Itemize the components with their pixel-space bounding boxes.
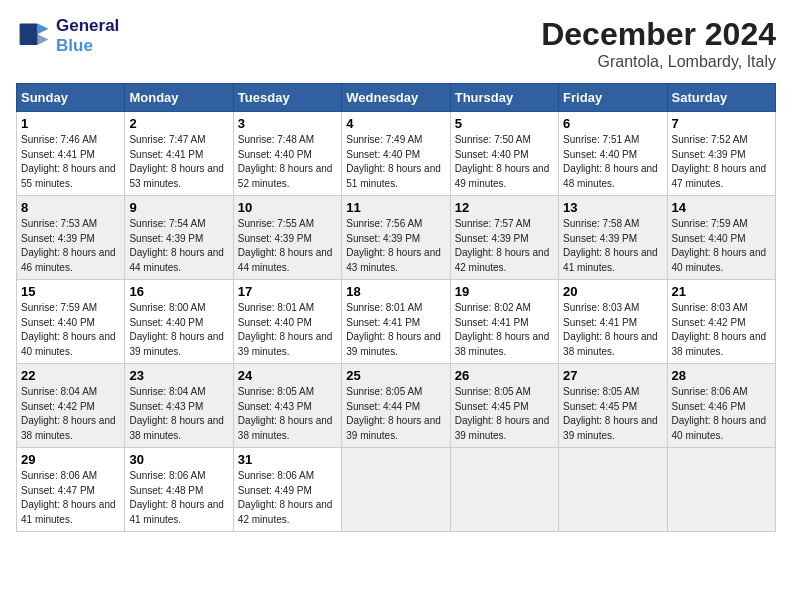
day-info: Sunrise: 7:51 AMSunset: 4:40 PMDaylight:… — [563, 133, 662, 191]
calendar-cell: 23Sunrise: 8:04 AMSunset: 4:43 PMDayligh… — [125, 364, 233, 448]
calendar-cell: 25Sunrise: 8:05 AMSunset: 4:44 PMDayligh… — [342, 364, 450, 448]
day-info: Sunrise: 7:56 AMSunset: 4:39 PMDaylight:… — [346, 217, 445, 275]
day-number: 23 — [129, 368, 228, 383]
day-info: Sunrise: 8:05 AMSunset: 4:45 PMDaylight:… — [455, 385, 554, 443]
day-info: Sunrise: 8:06 AMSunset: 4:46 PMDaylight:… — [672, 385, 771, 443]
calendar-cell: 13Sunrise: 7:58 AMSunset: 4:39 PMDayligh… — [559, 196, 667, 280]
day-number: 29 — [21, 452, 120, 467]
calendar-cell: 18Sunrise: 8:01 AMSunset: 4:41 PMDayligh… — [342, 280, 450, 364]
col-header-saturday: Saturday — [667, 84, 775, 112]
calendar-week-row: 22Sunrise: 8:04 AMSunset: 4:42 PMDayligh… — [17, 364, 776, 448]
day-info: Sunrise: 8:06 AMSunset: 4:49 PMDaylight:… — [238, 469, 337, 527]
calendar-week-row: 8Sunrise: 7:53 AMSunset: 4:39 PMDaylight… — [17, 196, 776, 280]
day-number: 26 — [455, 368, 554, 383]
calendar-cell: 28Sunrise: 8:06 AMSunset: 4:46 PMDayligh… — [667, 364, 775, 448]
day-info: Sunrise: 7:49 AMSunset: 4:40 PMDaylight:… — [346, 133, 445, 191]
day-number: 16 — [129, 284, 228, 299]
calendar-cell: 12Sunrise: 7:57 AMSunset: 4:39 PMDayligh… — [450, 196, 558, 280]
day-info: Sunrise: 7:53 AMSunset: 4:39 PMDaylight:… — [21, 217, 120, 275]
calendar-cell — [450, 448, 558, 532]
day-info: Sunrise: 8:02 AMSunset: 4:41 PMDaylight:… — [455, 301, 554, 359]
calendar-cell: 30Sunrise: 8:06 AMSunset: 4:48 PMDayligh… — [125, 448, 233, 532]
day-number: 4 — [346, 116, 445, 131]
col-header-tuesday: Tuesday — [233, 84, 341, 112]
day-info: Sunrise: 8:05 AMSunset: 4:45 PMDaylight:… — [563, 385, 662, 443]
day-number: 18 — [346, 284, 445, 299]
col-header-wednesday: Wednesday — [342, 84, 450, 112]
day-number: 11 — [346, 200, 445, 215]
day-number: 21 — [672, 284, 771, 299]
logo-general: General — [56, 16, 119, 35]
day-info: Sunrise: 7:52 AMSunset: 4:39 PMDaylight:… — [672, 133, 771, 191]
day-number: 31 — [238, 452, 337, 467]
day-number: 30 — [129, 452, 228, 467]
calendar-header-row: SundayMondayTuesdayWednesdayThursdayFrid… — [17, 84, 776, 112]
day-number: 24 — [238, 368, 337, 383]
col-header-thursday: Thursday — [450, 84, 558, 112]
calendar-cell: 29Sunrise: 8:06 AMSunset: 4:47 PMDayligh… — [17, 448, 125, 532]
day-info: Sunrise: 7:59 AMSunset: 4:40 PMDaylight:… — [672, 217, 771, 275]
col-header-monday: Monday — [125, 84, 233, 112]
day-info: Sunrise: 7:54 AMSunset: 4:39 PMDaylight:… — [129, 217, 228, 275]
day-number: 1 — [21, 116, 120, 131]
col-header-friday: Friday — [559, 84, 667, 112]
day-number: 7 — [672, 116, 771, 131]
day-number: 13 — [563, 200, 662, 215]
calendar-cell: 11Sunrise: 7:56 AMSunset: 4:39 PMDayligh… — [342, 196, 450, 280]
calendar-week-row: 15Sunrise: 7:59 AMSunset: 4:40 PMDayligh… — [17, 280, 776, 364]
calendar-cell: 8Sunrise: 7:53 AMSunset: 4:39 PMDaylight… — [17, 196, 125, 280]
day-info: Sunrise: 7:47 AMSunset: 4:41 PMDaylight:… — [129, 133, 228, 191]
day-info: Sunrise: 7:50 AMSunset: 4:40 PMDaylight:… — [455, 133, 554, 191]
day-info: Sunrise: 8:00 AMSunset: 4:40 PMDaylight:… — [129, 301, 228, 359]
calendar-cell: 16Sunrise: 8:00 AMSunset: 4:40 PMDayligh… — [125, 280, 233, 364]
day-info: Sunrise: 8:03 AMSunset: 4:41 PMDaylight:… — [563, 301, 662, 359]
calendar-cell: 19Sunrise: 8:02 AMSunset: 4:41 PMDayligh… — [450, 280, 558, 364]
logo-blue: Blue — [56, 36, 93, 55]
logo-text: General Blue — [56, 16, 119, 56]
day-info: Sunrise: 7:55 AMSunset: 4:39 PMDaylight:… — [238, 217, 337, 275]
day-info: Sunrise: 7:48 AMSunset: 4:40 PMDaylight:… — [238, 133, 337, 191]
day-number: 12 — [455, 200, 554, 215]
day-number: 15 — [21, 284, 120, 299]
day-info: Sunrise: 7:57 AMSunset: 4:39 PMDaylight:… — [455, 217, 554, 275]
day-info: Sunrise: 7:59 AMSunset: 4:40 PMDaylight:… — [21, 301, 120, 359]
day-number: 28 — [672, 368, 771, 383]
calendar-cell: 1Sunrise: 7:46 AMSunset: 4:41 PMDaylight… — [17, 112, 125, 196]
day-number: 2 — [129, 116, 228, 131]
calendar-cell: 7Sunrise: 7:52 AMSunset: 4:39 PMDaylight… — [667, 112, 775, 196]
day-number: 17 — [238, 284, 337, 299]
calendar-cell: 22Sunrise: 8:04 AMSunset: 4:42 PMDayligh… — [17, 364, 125, 448]
page-header: General Blue December 2024 Grantola, Lom… — [16, 16, 776, 71]
calendar-cell — [342, 448, 450, 532]
day-number: 6 — [563, 116, 662, 131]
day-number: 19 — [455, 284, 554, 299]
day-number: 10 — [238, 200, 337, 215]
logo-icon — [16, 18, 52, 54]
day-info: Sunrise: 8:06 AMSunset: 4:47 PMDaylight:… — [21, 469, 120, 527]
calendar-cell: 15Sunrise: 7:59 AMSunset: 4:40 PMDayligh… — [17, 280, 125, 364]
col-header-sunday: Sunday — [17, 84, 125, 112]
calendar-cell: 20Sunrise: 8:03 AMSunset: 4:41 PMDayligh… — [559, 280, 667, 364]
calendar-cell: 21Sunrise: 8:03 AMSunset: 4:42 PMDayligh… — [667, 280, 775, 364]
svg-rect-1 — [20, 23, 38, 45]
day-info: Sunrise: 8:05 AMSunset: 4:44 PMDaylight:… — [346, 385, 445, 443]
calendar-cell: 17Sunrise: 8:01 AMSunset: 4:40 PMDayligh… — [233, 280, 341, 364]
calendar-cell: 9Sunrise: 7:54 AMSunset: 4:39 PMDaylight… — [125, 196, 233, 280]
calendar-week-row: 29Sunrise: 8:06 AMSunset: 4:47 PMDayligh… — [17, 448, 776, 532]
day-info: Sunrise: 8:04 AMSunset: 4:42 PMDaylight:… — [21, 385, 120, 443]
day-info: Sunrise: 7:46 AMSunset: 4:41 PMDaylight:… — [21, 133, 120, 191]
day-number: 8 — [21, 200, 120, 215]
day-number: 27 — [563, 368, 662, 383]
calendar-cell: 14Sunrise: 7:59 AMSunset: 4:40 PMDayligh… — [667, 196, 775, 280]
calendar-cell: 2Sunrise: 7:47 AMSunset: 4:41 PMDaylight… — [125, 112, 233, 196]
day-info: Sunrise: 8:05 AMSunset: 4:43 PMDaylight:… — [238, 385, 337, 443]
calendar-cell: 24Sunrise: 8:05 AMSunset: 4:43 PMDayligh… — [233, 364, 341, 448]
month-year: December 2024 — [541, 16, 776, 53]
day-number: 22 — [21, 368, 120, 383]
day-number: 20 — [563, 284, 662, 299]
location: Grantola, Lombardy, Italy — [541, 53, 776, 71]
day-info: Sunrise: 8:01 AMSunset: 4:41 PMDaylight:… — [346, 301, 445, 359]
logo: General Blue — [16, 16, 119, 56]
day-number: 5 — [455, 116, 554, 131]
calendar-week-row: 1Sunrise: 7:46 AMSunset: 4:41 PMDaylight… — [17, 112, 776, 196]
